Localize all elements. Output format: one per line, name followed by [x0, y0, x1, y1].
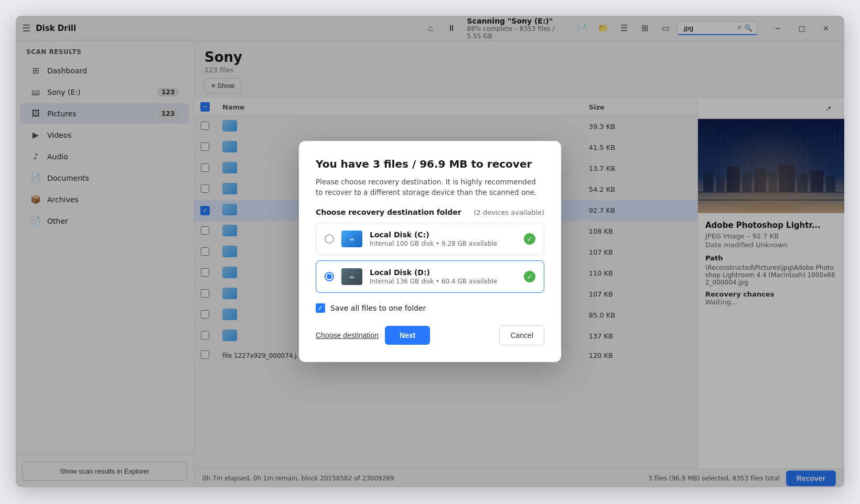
next-button[interactable]: Next	[385, 326, 430, 345]
disk-status-ok-c: ✓	[524, 233, 535, 245]
modal-title: You have 3 files / 96.9 MB to recover	[316, 158, 544, 170]
save-all-label: Save all files to one folder	[330, 304, 426, 312]
modal-description: Please choose recovery destination. It i…	[316, 177, 544, 198]
disk-detail-d: Internal 136 GB disk • 60.4 GB available	[370, 278, 517, 285]
disk-icon-d	[341, 268, 362, 285]
disk-detail-c: Internal 100 GB disk • 9.28 GB available	[370, 240, 517, 247]
disk-info-d: Local Disk (D:) Internal 136 GB disk • 6…	[370, 268, 517, 285]
modal-actions: Choose destination Next Cancel	[316, 325, 544, 345]
disk-icon-c	[341, 231, 362, 247]
disk-status-ok-d: ✓	[524, 271, 535, 282]
disk-info-c: Local Disk (C:) Internal 100 GB disk • 9…	[370, 231, 517, 247]
modal-overlay: You have 3 files / 96.9 MB to recover Pl…	[16, 16, 844, 487]
modal-section-title: Choose recovery destination folder	[316, 208, 461, 216]
modal-checkbox-row[interactable]: ✓ Save all files to one folder	[316, 303, 544, 313]
disk-radio-d[interactable]	[325, 272, 334, 281]
disk-radio-c[interactable]	[325, 234, 334, 244]
app-window: ☰ Disk Drill ⌂ ⏸ Scanning "Sony (E:)" 88…	[16, 16, 844, 487]
disk-name-c: Local Disk (C:)	[370, 231, 517, 239]
modal-devices-count: (2 devices available)	[474, 209, 544, 216]
disk-option-c[interactable]: Local Disk (C:) Internal 100 GB disk • 9…	[316, 223, 544, 255]
recovery-modal: You have 3 files / 96.9 MB to recover Pl…	[299, 141, 561, 363]
modal-section-header: Choose recovery destination folder (2 de…	[316, 208, 544, 216]
cancel-button[interactable]: Cancel	[499, 325, 544, 345]
disk-option-d[interactable]: Local Disk (D:) Internal 136 GB disk • 6…	[316, 260, 544, 293]
choose-destination-button[interactable]: Choose destination	[316, 331, 379, 339]
disk-name-d: Local Disk (D:)	[370, 268, 517, 277]
save-all-checkbox[interactable]: ✓	[316, 303, 325, 313]
